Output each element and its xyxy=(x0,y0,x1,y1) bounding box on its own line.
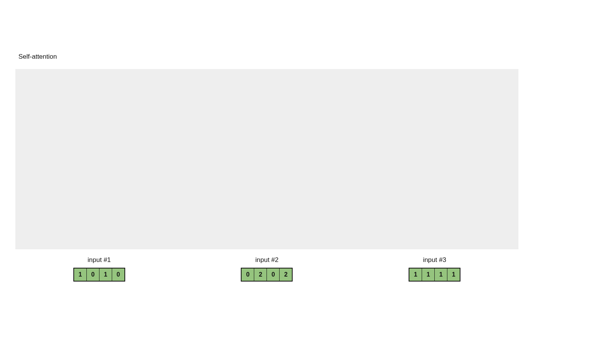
vector-cell: 1 xyxy=(99,268,112,281)
vector-cell: 2 xyxy=(254,268,267,281)
vector-cell: 0 xyxy=(242,268,254,281)
inputs-row: input #1 1 0 1 0 input #2 0 2 0 2 input … xyxy=(15,256,518,282)
vector-cell: 0 xyxy=(267,268,279,281)
vector-cell: 1 xyxy=(409,268,422,281)
input-block-2: input #2 0 2 0 2 xyxy=(241,256,293,282)
vector-cell: 1 xyxy=(447,268,460,281)
vector-cell: 1 xyxy=(434,268,447,281)
vector-cell: 0 xyxy=(112,268,124,281)
input-label: input #3 xyxy=(423,256,446,264)
input-label: input #2 xyxy=(255,256,279,264)
input-block-1: input #1 1 0 1 0 xyxy=(73,256,125,282)
vector-cell: 2 xyxy=(279,268,292,281)
input-block-3: input #3 1 1 1 1 xyxy=(409,256,460,282)
vector-cell: 0 xyxy=(86,268,99,281)
input-vector-3: 1 1 1 1 xyxy=(409,268,460,282)
input-vector-1: 1 0 1 0 xyxy=(73,268,125,282)
input-vector-2: 0 2 0 2 xyxy=(241,268,293,282)
input-label: input #1 xyxy=(88,256,111,264)
diagram-canvas xyxy=(15,69,518,249)
diagram-title: Self-attention xyxy=(18,53,57,61)
vector-cell: 1 xyxy=(422,268,434,281)
vector-cell: 1 xyxy=(74,268,86,281)
